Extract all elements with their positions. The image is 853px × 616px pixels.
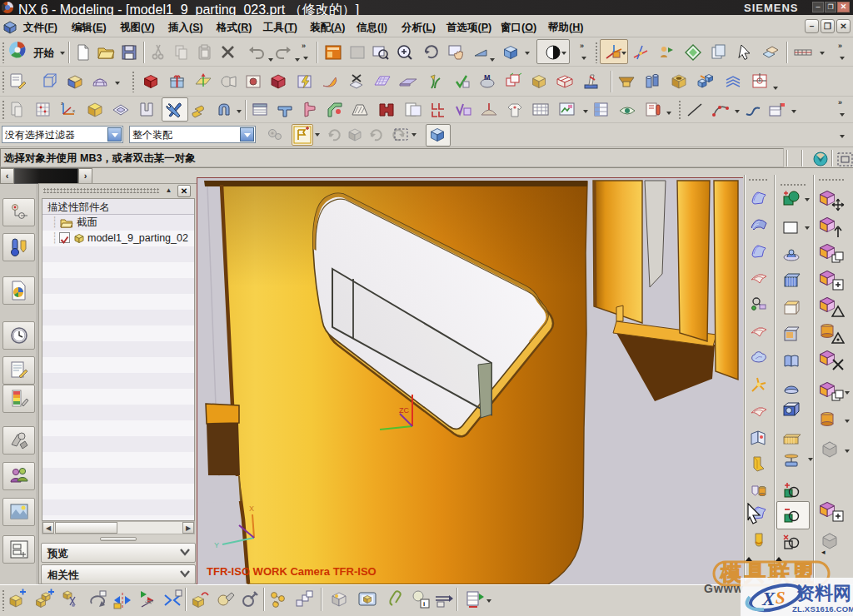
svg-text:TFR-ISO WORK Camera TFR-ISO: TFR-ISO WORK Camera TFR-ISO [207, 565, 377, 578]
svg-text:M: M [484, 73, 491, 82]
svg-text:S: S [776, 588, 786, 608]
svg-text:X: X [761, 589, 776, 609]
svg-text:X: X [249, 504, 254, 513]
svg-text:i: i [423, 600, 425, 608]
svg-text:z: z [61, 101, 63, 106]
svg-text:Y: Y [214, 541, 219, 549]
svg-text:ZC: ZC [399, 406, 409, 415]
svg-text:x: x [72, 108, 75, 113]
